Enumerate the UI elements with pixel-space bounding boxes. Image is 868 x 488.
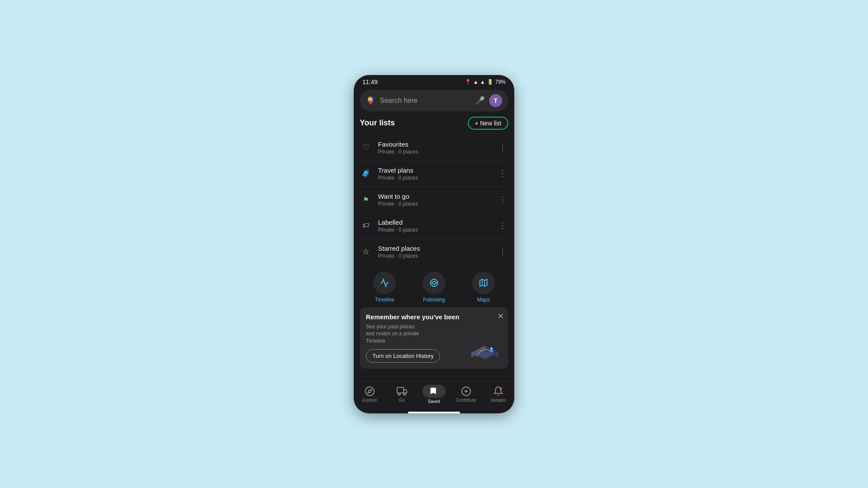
list-sub: Private · 0 places [378,201,491,207]
list-item[interactable]: ♡ Favourites Private · 0 places ⋮ [360,135,508,161]
maps-logo-icon [366,96,375,105]
main-content: Your lists + New list ♡ Favourites Priva… [354,117,514,381]
timeline-button[interactable]: Timeline [373,272,396,303]
more-options-icon[interactable]: ⋮ [497,245,508,258]
list-sub: Private · 0 places [378,253,491,259]
status-icons: 📍 ▲ ▲ 🔋 79% [465,79,506,85]
list-name: Favourites [378,141,491,148]
svg-point-0 [370,98,372,100]
new-list-button[interactable]: + New list [468,117,508,130]
svg-point-19 [365,387,374,396]
lists-container: ♡ Favourites Private · 0 places ⋮ 🧳 Trav… [360,135,508,265]
list-sub: Private · 0 places [378,227,491,233]
lists-title: Your lists [360,118,395,128]
signal-icon: ▲ [480,79,485,85]
svg-point-2 [432,281,435,284]
banner-desc: See your past places and routes on a pri… [366,323,422,345]
saved-label: Saved [428,399,440,404]
starred-places-icon: ☆ [360,246,372,258]
nav-item-go[interactable]: Go [390,386,414,403]
status-bar: 11:49 📍 ▲ ▲ 🔋 79% [354,75,514,87]
more-options-icon[interactable]: ⋮ [497,193,508,206]
new-list-label: + New list [475,120,501,127]
search-bar[interactable]: Search here 🎤 T [360,90,508,111]
phone-frame: 11:49 📍 ▲ ▲ 🔋 79% Search here 🎤 T Your l… [354,75,514,413]
list-info: Travel plans Private · 0 places [378,167,491,181]
timeline-label: Timeline [375,297,395,303]
labelled-icon: 🏷 [360,219,372,232]
want-to-go-icon: ⚑ [360,193,372,206]
list-item[interactable]: 🧳 Travel plans Private · 0 places ⋮ [360,161,508,187]
home-indicator [408,412,460,413]
list-item[interactable]: 🏷 Labelled Private · 0 places ⋮ [360,213,508,239]
wifi-icon: ▲ [473,79,478,85]
list-item[interactable]: ☆ Starred places Private · 0 places ⋮ [360,239,508,265]
explore-label: Explore [362,398,377,403]
svg-marker-20 [368,389,372,393]
banner-close-icon[interactable]: ✕ [497,311,504,321]
maps-label: Maps [477,297,490,303]
more-options-icon[interactable]: ⋮ [497,167,508,180]
battery-percent: 79% [495,79,506,85]
following-icon-circle [423,272,445,294]
location-icon: 📍 [465,79,471,85]
nav-item-updates[interactable]: Updates [486,386,510,403]
nav-item-contribute[interactable]: Contribute [454,386,478,403]
list-name: Want to go [378,193,491,200]
list-info: Favourites Private · 0 places [378,141,491,155]
updates-label: Updates [490,398,506,403]
list-name: Labelled [378,219,491,226]
list-name: Starred places [378,245,491,252]
maps-button[interactable]: Maps [472,272,495,303]
banner-row: See your past places and routes on a pri… [366,323,502,363]
go-icon [397,386,407,396]
nav-item-explore[interactable]: Explore [358,386,382,403]
list-sub: Private · 0 places [378,175,491,181]
timeline-icon-circle [373,272,396,294]
svg-point-18 [491,348,492,349]
nav-item-saved[interactable]: Saved [422,385,446,404]
search-input[interactable]: Search here [380,97,471,105]
list-sub: Private · 0 places [378,149,491,155]
list-item[interactable]: ⚑ Want to go Private · 0 places ⋮ [360,187,508,213]
updates-icon [493,386,503,396]
maps-icon-circle [472,272,495,294]
banner-left: See your past places and routes on a pri… [366,323,467,363]
saved-icon [429,386,439,396]
svg-point-23 [404,393,406,395]
lists-header: Your lists + New list [360,117,508,130]
avatar[interactable]: T [489,94,502,107]
more-options-icon[interactable]: ⋮ [497,219,508,232]
list-info: Labelled Private · 0 places [378,219,491,233]
mic-icon[interactable]: 🎤 [475,96,485,105]
banner-card: ✕ Remember where you've been See your pa… [360,307,508,369]
svg-point-22 [398,393,400,395]
banner-map-illustration [467,332,502,363]
contribute-icon [461,386,471,396]
more-options-icon[interactable]: ⋮ [497,141,508,154]
saved-active-bg [422,385,446,398]
go-label: Go [399,398,404,403]
following-button[interactable]: Following [423,272,445,303]
bottom-nav: Explore Go Saved [354,381,514,410]
banner-title: Remember where you've been [366,313,502,321]
svg-point-27 [500,387,502,390]
action-row: Timeline Following [360,265,508,307]
list-name: Travel plans [378,167,491,174]
explore-icon [365,386,375,396]
svg-marker-5 [480,279,487,286]
list-info: Starred places Private · 0 places [378,245,491,259]
following-label: Following [423,297,445,303]
location-history-button[interactable]: Turn on Location History [366,349,440,363]
svg-rect-21 [397,387,404,393]
list-info: Want to go Private · 0 places [378,193,491,207]
travel-plans-icon: 🧳 [360,167,372,180]
favourites-icon: ♡ [360,141,372,154]
status-time: 11:49 [362,79,378,85]
contribute-label: Contribute [456,398,476,403]
battery-icon: 🔋 [487,79,493,85]
